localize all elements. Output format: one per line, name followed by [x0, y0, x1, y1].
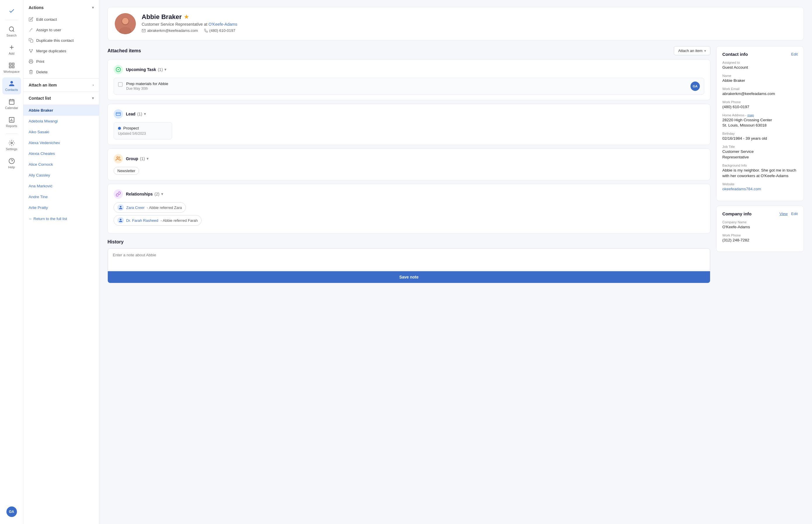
relationships-expand[interactable]: ▾ — [161, 192, 163, 196]
relationships-card-header: Relationships (2) ▾ — [114, 190, 704, 199]
task-assignee-avatar: GA — [691, 82, 700, 91]
contact-item-aiko[interactable]: Aiko Sasaki — [23, 127, 99, 137]
nav-divider-top — [6, 20, 18, 20]
lead-icon — [114, 109, 123, 119]
attach-chevron: › — [92, 83, 94, 87]
svg-point-33 — [117, 157, 119, 159]
nav-help[interactable]: Help — [2, 155, 21, 172]
field-assigned-to: Assigned to Guest Account — [722, 61, 798, 70]
task-card-title: Upcoming Task (1) ▾ — [126, 67, 166, 72]
contact-item-adebola[interactable]: Adebola Mwangi — [23, 116, 99, 127]
contact-item-abbie[interactable]: Abbie Braker — [23, 105, 99, 116]
user-avatar[interactable]: GA — [6, 506, 17, 517]
action-duplicate[interactable]: Duplicate this contact — [23, 35, 99, 46]
nav-settings[interactable]: Settings — [2, 137, 21, 154]
main-section: Attached items Attach an item ▾ Upcoming… — [107, 46, 710, 287]
star-icon[interactable]: ★ — [184, 14, 189, 20]
sidebar-attach[interactable]: Attach an item › — [23, 79, 99, 92]
attach-item-button[interactable]: Attach an item ▾ — [674, 46, 710, 55]
nav-reports[interactable]: Reports — [2, 114, 21, 131]
return-link[interactable]: ← Return to the full list — [23, 213, 99, 225]
profile-email: abrakerkm@keefeadams.com — [142, 28, 198, 33]
group-expand[interactable]: ▾ — [147, 157, 148, 161]
svg-point-27 — [122, 18, 129, 24]
field-company-phone: Work Phone (312) 248-7282 — [722, 233, 798, 243]
action-print[interactable]: Print — [23, 56, 99, 67]
lead-item: Prospect Updated 5/6/2023 — [114, 122, 172, 140]
lead-status-dot — [118, 127, 121, 130]
lead-status: Prospect — [118, 126, 168, 130]
field-website: Website okeefeadams784.com — [722, 182, 798, 192]
company-info-card: Company info View Edit Company Name O'Ke… — [716, 206, 804, 252]
nav-add[interactable]: Add — [2, 41, 21, 58]
lead-card-title: Lead (1) ▾ — [126, 112, 146, 116]
nav-calendar[interactable]: Calendar — [2, 96, 21, 113]
svg-line-1 — [13, 30, 14, 32]
company-edit-link[interactable]: Edit — [791, 212, 798, 216]
relationship-item-0[interactable]: Zara Creer - Abbie referred Zara — [114, 202, 186, 213]
task-icon — [114, 65, 123, 74]
action-delete[interactable]: Delete — [23, 67, 99, 77]
contact-item-arlie[interactable]: Arlie Pratty — [23, 202, 99, 213]
contact-item-ana[interactable]: Ana Marković — [23, 181, 99, 192]
contact-item-andre[interactable]: Andre Tine — [23, 192, 99, 202]
svg-rect-4 — [9, 63, 11, 65]
company-view-link[interactable]: View — [780, 212, 788, 216]
contact-info-card: Contact info Edit Assigned to Guest Acco… — [716, 46, 804, 201]
contact-list: Abbie Braker Adebola Mwangi Aiko Sasaki … — [23, 105, 99, 213]
right-panel: Contact info Edit Assigned to Guest Acco… — [716, 46, 804, 287]
contact-item-alice[interactable]: Alice Cornock — [23, 159, 99, 170]
svg-rect-23 — [30, 62, 32, 63]
website-link[interactable]: okeefeadams784.com — [722, 187, 761, 191]
nav-contacts[interactable]: Contacts — [2, 78, 21, 94]
svg-point-22 — [31, 52, 32, 53]
action-assign[interactable]: Assign to user — [23, 24, 99, 35]
field-home-address: Home Address - map 28220 High Crossing C… — [722, 113, 798, 129]
svg-rect-6 — [9, 66, 11, 68]
contact-list-chevron: ▾ — [92, 96, 94, 100]
task-checkbox[interactable] — [118, 82, 123, 87]
contact-item-ally[interactable]: Ally Cassley — [23, 170, 99, 181]
svg-rect-8 — [9, 100, 14, 104]
history-card: Save note — [107, 248, 710, 283]
task-expand[interactable]: ▾ — [165, 67, 166, 71]
rel-icon-1 — [117, 217, 124, 224]
company-info-header: Company info View Edit — [722, 211, 798, 216]
lead-card: Lead (1) ▾ Prospect Updated 5/6/2023 — [107, 104, 710, 145]
relationships-icon — [114, 190, 123, 199]
sidebar: Actions ▾ Edit contact Assign to user Du… — [23, 0, 99, 524]
task-content: Prep materials for Abbie Due May 30th — [126, 82, 687, 91]
field-work-email: Work Email abrakerkm@keefeadams.com — [722, 87, 798, 97]
field-job-title: Job Title Customer Service Representativ… — [722, 145, 798, 160]
lead-card-header: Lead (1) ▾ — [114, 109, 704, 119]
note-input[interactable] — [108, 248, 710, 270]
lead-expand[interactable]: ▾ — [144, 112, 146, 116]
left-navigation: Search Add Workspace Contacts Calendar R… — [0, 0, 23, 524]
nav-logo[interactable] — [2, 5, 21, 17]
relationship-item-1[interactable]: Dr. Farah Rasheed - Abbie referred Farah — [114, 215, 202, 226]
svg-point-28 — [120, 27, 131, 34]
field-work-phone: Work Phone (480) 610-0197 — [722, 100, 798, 110]
group-icon — [114, 154, 123, 163]
contact-info-header: Contact info Edit — [722, 52, 798, 57]
map-link[interactable]: map — [747, 113, 754, 117]
contact-item-alexa[interactable]: Alexa Vedenichev — [23, 137, 99, 148]
profile-info: Abbie Braker ★ Customer Service Represen… — [142, 13, 796, 33]
history-title: History — [107, 239, 710, 245]
field-birthday: Birthday 02/16/1984 - 39 years old — [722, 132, 798, 142]
save-note-button[interactable]: Save note — [108, 271, 710, 283]
content-area: Attached items Attach an item ▾ Upcoming… — [107, 46, 804, 287]
field-company-name: Company Name O'Keefe-Adams — [722, 220, 798, 230]
field-background-info: Background Info Abbie is my neighbor. Sh… — [722, 164, 798, 179]
company-link[interactable]: O'Keefe-Adams — [208, 22, 237, 27]
profile-name: Abbie Braker ★ — [142, 13, 796, 21]
nav-search[interactable]: Search — [2, 23, 21, 40]
group-tag[interactable]: Newsletter — [114, 167, 139, 175]
action-merge[interactable]: Merge duplicates — [23, 46, 99, 56]
contact-item-alexia[interactable]: Alexia Cheales — [23, 148, 99, 159]
action-edit[interactable]: Edit contact — [23, 14, 99, 24]
nav-workspace[interactable]: Workspace — [2, 59, 21, 76]
contact-info-edit[interactable]: Edit — [791, 52, 798, 56]
actions-header[interactable]: Actions ▾ — [23, 1, 99, 14]
contact-list-header[interactable]: Contact list ▾ — [23, 92, 99, 105]
